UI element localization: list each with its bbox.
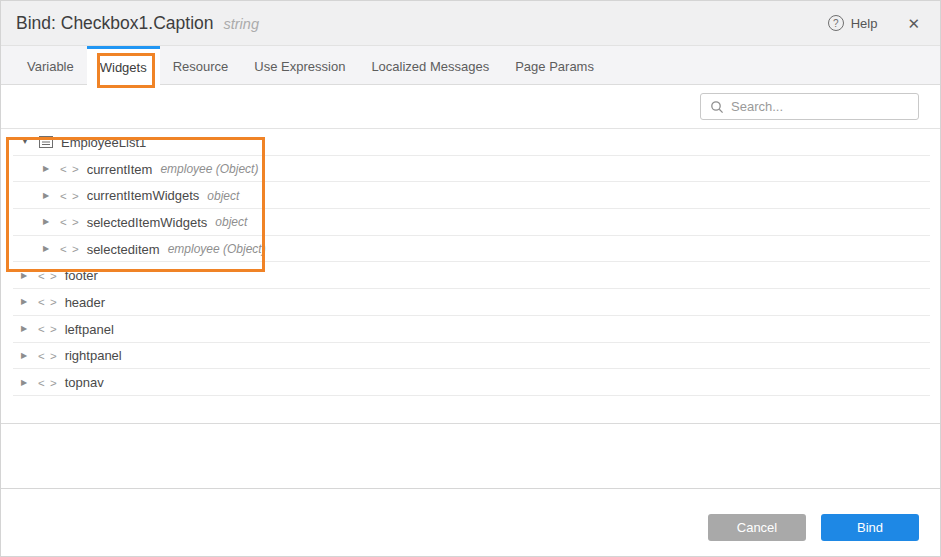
node-type: employee (Object) — [160, 162, 258, 176]
tree-row-EmployeeList1[interactable]: ▼EmployeeList1 — [1, 129, 940, 156]
tree-row-rightpanel[interactable]: ▶< >rightpanel — [1, 343, 940, 370]
tab-label: Resource — [173, 59, 229, 74]
tab-label: Widgets — [100, 60, 147, 75]
tab-label: Page Params — [515, 59, 594, 74]
node-name: EmployeeList1 — [61, 135, 146, 150]
tab-use-expression[interactable]: Use Expression — [241, 46, 358, 84]
dialog-footer: Cancel Bind — [1, 489, 940, 556]
node-type: object — [215, 215, 247, 229]
markup-tag-icon: < > — [60, 216, 80, 228]
tree-row-topnav[interactable]: ▶< >topnav — [1, 369, 940, 396]
markup-tag-icon: < > — [38, 296, 58, 308]
node-name: selectedItemWidgets — [87, 215, 208, 230]
markup-tag-icon: < > — [60, 243, 80, 255]
bind-dialog: Bind: Checkbox1.Caption string ? Help ✕ … — [0, 0, 941, 557]
dialog-title: Bind: Checkbox1.Caption — [16, 13, 213, 34]
tab-variable[interactable]: Variable — [14, 46, 87, 84]
node-name: selecteditem — [87, 242, 160, 257]
tree-row-selectedItemWidgets[interactable]: ▶< >selectedItemWidgetsobject — [1, 209, 940, 236]
widget-tree: ▼EmployeeList1▶< >currentItememployee (O… — [1, 129, 940, 396]
caret-right-icon[interactable]: ▶ — [21, 272, 33, 280]
node-name: leftpanel — [65, 322, 114, 337]
node-name: currentItemWidgets — [87, 188, 200, 203]
caret-right-icon[interactable]: ▶ — [43, 165, 55, 173]
node-name: currentItem — [87, 162, 153, 177]
search-toolbar — [1, 85, 940, 129]
tab-bar: VariableWidgetsResourceUse ExpressionLoc… — [1, 46, 940, 85]
divider-band — [1, 396, 940, 424]
tab-label: Localized Messages — [371, 59, 489, 74]
markup-tag-icon: < > — [38, 270, 58, 282]
caret-right-icon[interactable]: ▶ — [43, 192, 55, 200]
node-type: employee (Object) — [168, 242, 266, 256]
node-name: header — [65, 295, 105, 310]
node-name: footer — [65, 268, 98, 283]
header-actions: ? Help ✕ — [828, 15, 920, 31]
tree-row-selecteditem[interactable]: ▶< >selecteditememployee (Object) — [1, 236, 940, 263]
bind-button[interactable]: Bind — [821, 514, 919, 541]
tab-localized-messages[interactable]: Localized Messages — [358, 46, 502, 84]
markup-tag-icon: < > — [38, 377, 58, 389]
search-box[interactable] — [700, 93, 919, 120]
search-input[interactable] — [731, 94, 918, 119]
caret-down-icon[interactable]: ▼ — [21, 138, 33, 146]
node-type: object — [207, 189, 239, 203]
tab-page-params[interactable]: Page Params — [502, 46, 607, 84]
tree-row-header[interactable]: ▶< >header — [1, 289, 940, 316]
tab-label: Use Expression — [254, 59, 345, 74]
caret-right-icon[interactable]: ▶ — [43, 245, 55, 253]
tree-row-leftpanel[interactable]: ▶< >leftpanel — [1, 316, 940, 343]
node-name: topnav — [65, 375, 104, 390]
markup-tag-icon: < > — [38, 350, 58, 362]
markup-tag-icon: < > — [60, 190, 80, 202]
dialog-header: Bind: Checkbox1.Caption string ? Help ✕ — [1, 1, 940, 46]
markup-tag-icon: < > — [60, 163, 80, 175]
empty-band — [1, 424, 940, 489]
caret-right-icon[interactable]: ▶ — [21, 352, 33, 360]
help-icon: ? — [828, 15, 844, 31]
caret-right-icon[interactable]: ▶ — [21, 298, 33, 306]
tree-row-currentItemWidgets[interactable]: ▶< >currentItemWidgetsobject — [1, 182, 940, 209]
tab-widgets[interactable]: Widgets — [87, 46, 160, 85]
markup-tag-icon: < > — [38, 323, 58, 335]
list-widget-icon — [39, 136, 53, 148]
tab-resource[interactable]: Resource — [160, 46, 242, 84]
help-button[interactable]: ? Help — [828, 15, 878, 31]
node-name: rightpanel — [65, 348, 122, 363]
caret-right-icon[interactable]: ▶ — [21, 379, 33, 387]
caret-right-icon[interactable]: ▶ — [43, 218, 55, 226]
caret-right-icon[interactable]: ▶ — [21, 325, 33, 333]
bind-type-label: string — [223, 16, 258, 32]
tree-row-currentItem[interactable]: ▶< >currentItememployee (Object) — [1, 156, 940, 183]
close-icon[interactable]: ✕ — [907, 16, 920, 31]
help-icon-glyph: ? — [833, 18, 839, 29]
help-label: Help — [851, 16, 878, 31]
cancel-button[interactable]: Cancel — [708, 514, 806, 541]
title-wrap: Bind: Checkbox1.Caption string — [16, 13, 259, 34]
tree-row-footer[interactable]: ▶< >footer — [1, 262, 940, 289]
search-icon — [710, 100, 724, 114]
tab-label: Variable — [27, 59, 74, 74]
